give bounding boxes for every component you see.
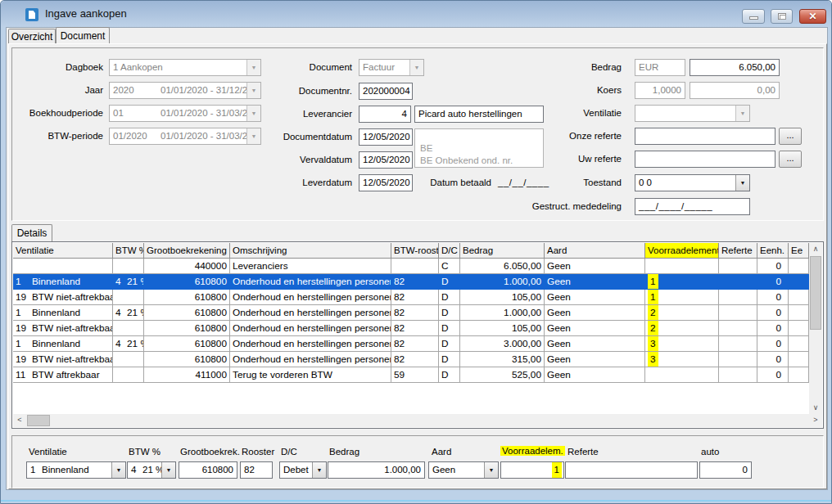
onze-referte-browse-button[interactable]: ... bbox=[779, 128, 802, 145]
chevron-down-icon: ▼ bbox=[409, 60, 423, 75]
cell-ventilatie: 1Binnenland bbox=[13, 305, 113, 321]
bedrag-currency-input[interactable]: EUR bbox=[635, 59, 685, 76]
leverancier-code-input[interactable]: 4 bbox=[359, 106, 411, 123]
minimize-button[interactable] bbox=[742, 9, 765, 24]
boekhoudperiode-select[interactable]: 0101/01/2020 - 31/03/2020▼ bbox=[109, 105, 261, 122]
editor-voorraadelem-input[interactable]: 1 bbox=[500, 461, 564, 479]
column-header-bedrag[interactable]: Bedrag bbox=[460, 243, 545, 259]
cell-ventilatie: 19BTW niet-aftrekbaar bbox=[13, 290, 113, 305]
uw-referte-browse-button[interactable]: ... bbox=[779, 151, 802, 168]
editor-ventilatie-select[interactable]: 1Binnenland▼ bbox=[26, 461, 126, 479]
column-header-aard[interactable]: Aard bbox=[545, 243, 645, 259]
cell-eenh1: 0 bbox=[757, 336, 789, 352]
cell-eenh2 bbox=[789, 352, 809, 367]
cell-btw-rooster: 82 bbox=[391, 305, 439, 321]
vertical-scrollbar-thumb[interactable] bbox=[810, 256, 821, 330]
column-header-btw-rooster[interactable]: BTW-rooster bbox=[391, 243, 439, 259]
column-header-d-c[interactable]: D/C bbox=[439, 243, 460, 259]
chevron-down-icon: ▼ bbox=[484, 462, 498, 478]
vervaldatum-input[interactable]: 12/05/2020 bbox=[359, 151, 413, 169]
onze-referte-label: Onze referte bbox=[526, 131, 622, 141]
cell-dc: D bbox=[439, 352, 460, 367]
cell-btw-pct bbox=[113, 321, 144, 336]
client-area: Overzicht Document Dagboek 1 Aankopen▼ J… bbox=[6, 27, 828, 490]
jaar-select[interactable]: 202001/01/2020 - 31/12/2020▼ bbox=[109, 82, 261, 99]
editor-dc-select[interactable]: Debet▼ bbox=[279, 461, 327, 479]
vertical-scrollbar[interactable]: ∧ ∨ bbox=[809, 243, 822, 414]
leverdatum-input[interactable]: 12/05/2020 bbox=[359, 174, 413, 191]
cell-bedrag: 3.000,00 bbox=[460, 336, 545, 352]
chevron-up-icon[interactable]: ∧ bbox=[809, 243, 822, 255]
column-header-voorraadelement[interactable]: Voorraadelement bbox=[645, 243, 719, 259]
cell-referte bbox=[719, 352, 757, 367]
cell-eenh2 bbox=[789, 305, 809, 321]
cell-eenh2 bbox=[789, 367, 809, 383]
editor-referte-input[interactable] bbox=[565, 461, 698, 479]
horizontal-scrollbar-thumb[interactable] bbox=[27, 415, 50, 426]
documentdatum-label: Documentdatum bbox=[264, 132, 352, 142]
tab-document[interactable]: Document bbox=[56, 27, 110, 44]
chevron-left-icon[interactable]: < bbox=[13, 414, 26, 426]
column-header-omschrijving[interactable]: Omschrijving bbox=[230, 243, 391, 259]
table-grid: VentilatieBTW %GrootboekrekeningOmschrij… bbox=[13, 243, 809, 414]
onze-referte-input[interactable] bbox=[635, 128, 775, 145]
btw-periode-select[interactable]: 01/202001/01/2020 - 31/03/2020▼ bbox=[109, 128, 261, 145]
editor-referte-label: Referte bbox=[567, 447, 599, 457]
horizontal-scrollbar[interactable]: < > bbox=[13, 414, 822, 427]
dagboek-select[interactable]: 1 Aankopen▼ bbox=[109, 59, 261, 76]
table-row[interactable]: 19BTW niet-aftrekbaar610800Onderhoud en … bbox=[13, 321, 809, 336]
table-row[interactable]: 1Binnenland421 %610800Onderhoud en herst… bbox=[13, 274, 809, 290]
editor-rooster-input[interactable]: 82 bbox=[240, 461, 273, 479]
tab-overzicht[interactable]: Overzicht bbox=[8, 29, 56, 44]
cell-eenh1: 0 bbox=[757, 259, 789, 274]
maximize-button[interactable] bbox=[771, 9, 793, 24]
table-row[interactable]: 11BTW aftrekbaar411000Terug te vorderen … bbox=[13, 367, 809, 383]
cell-grootboekrekening: 610800 bbox=[144, 305, 230, 321]
table-row[interactable]: 1Binnenland421 %610800Onderhoud en herst… bbox=[13, 336, 809, 352]
koers-value-input[interactable]: 0,00 bbox=[690, 82, 780, 99]
chevron-right-icon[interactable]: > bbox=[809, 414, 822, 426]
table-row[interactable]: 19BTW niet-aftrekbaar610800Onderhoud en … bbox=[13, 290, 809, 305]
editor-bedrag-input[interactable]: 1.000,00 bbox=[328, 461, 425, 479]
column-header-btw-[interactable]: BTW % bbox=[113, 243, 144, 259]
leverancier-name-input[interactable]: Picard auto herstellingen bbox=[414, 106, 544, 123]
cell-dc: D bbox=[439, 336, 460, 352]
uw-referte-input[interactable] bbox=[635, 151, 775, 168]
editor-btw-label: BTW % bbox=[129, 447, 161, 457]
editor-auto-input[interactable]: 0 bbox=[699, 461, 752, 479]
column-header-grootboekrekening[interactable]: Grootboekrekening bbox=[144, 243, 230, 259]
cell-btw-rooster: 82 bbox=[391, 274, 439, 290]
editor-aard-select[interactable]: Geen▼ bbox=[428, 461, 499, 479]
titlebar[interactable]: Ingave aankopen ✕ bbox=[1, 1, 831, 27]
documentnr-input[interactable]: 202000004 bbox=[359, 83, 413, 100]
koers-rate-input[interactable]: 1,0000 bbox=[635, 82, 685, 99]
cell-ventilatie: 19BTW niet-aftrekbaar bbox=[13, 321, 113, 336]
column-header-ee[interactable]: Ee bbox=[789, 243, 809, 259]
ventilatie-select[interactable]: ▼ bbox=[635, 105, 750, 122]
chevron-down-icon: ▼ bbox=[111, 462, 125, 478]
tab-details[interactable]: Details bbox=[11, 224, 52, 241]
cell-eenh1: 0 bbox=[757, 305, 789, 321]
cell-btw-pct: 421 % bbox=[113, 336, 144, 352]
documentdatum-input[interactable]: 12/05/2020 bbox=[359, 128, 413, 146]
column-header-eenh-1[interactable]: Eenh. 1 bbox=[757, 243, 789, 259]
bedrag-input[interactable]: 6.050,00 bbox=[690, 59, 780, 76]
editor-btw-select[interactable]: 421 %▼ bbox=[127, 461, 176, 479]
gestruct-mededeling-input[interactable]: ___/____/_____ bbox=[635, 198, 750, 215]
close-button[interactable]: ✕ bbox=[799, 9, 826, 24]
table-row[interactable]: 19BTW niet-aftrekbaar610800Onderhoud en … bbox=[13, 352, 809, 367]
cell-ventilatie: 1Binnenland bbox=[13, 336, 113, 352]
app-icon bbox=[25, 8, 38, 21]
cell-btw-pct bbox=[113, 290, 144, 305]
cell-eenh1: 0 bbox=[757, 274, 789, 290]
editor-grootboekrek-input[interactable]: 610800 bbox=[179, 461, 237, 479]
column-header-ventilatie[interactable]: Ventilatie bbox=[13, 243, 113, 259]
cell-voorraadelement bbox=[645, 367, 719, 383]
table-row[interactable]: 1Binnenland421 %610800Onderhoud en herst… bbox=[13, 305, 809, 321]
chevron-down-icon[interactable]: ∨ bbox=[809, 402, 822, 414]
cell-omschrijving: Onderhoud en herstellingen personenw bbox=[230, 290, 391, 305]
table-row[interactable]: 440000LeveranciersC6.050,00Geen0 bbox=[13, 259, 809, 274]
column-header-referte[interactable]: Referte bbox=[719, 243, 757, 259]
document-select[interactable]: Factuur▼ bbox=[359, 59, 424, 76]
toestand-select[interactable]: 0 0▼ bbox=[635, 174, 750, 191]
